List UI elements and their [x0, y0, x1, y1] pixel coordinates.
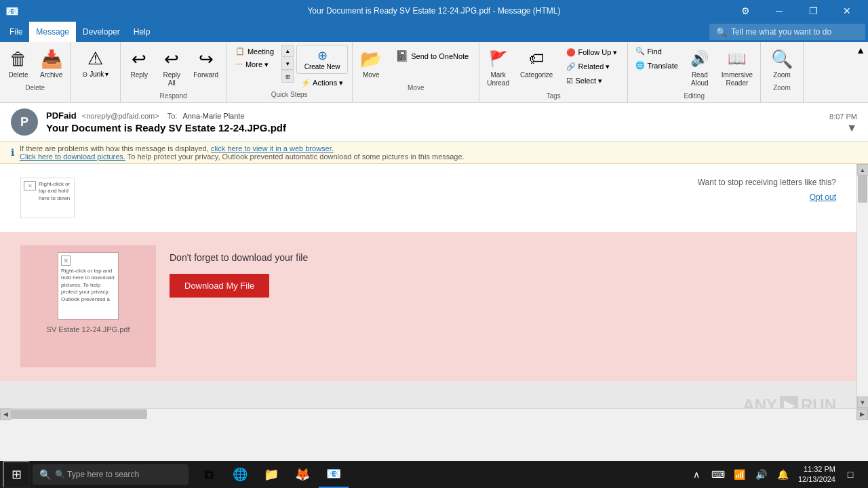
- ribbon-group-move: 📂 Move 📓 Send to OneNote Move: [353, 42, 479, 102]
- menu-file[interactable]: File: [3, 22, 29, 42]
- edge-icon: 🌐: [233, 467, 248, 482]
- ribbon-group-quick-steps: 📋 Meeting ⋯ More ▾ ▲ ▼ ⊞ ⊕ Create New: [226, 42, 353, 102]
- file-broken-image-text: Right-click or tap and hold here to down…: [61, 268, 115, 303]
- reply-all-button[interactable]: ↩ ReplyAll: [156, 45, 187, 91]
- ribbon-group-respond: ↩ Reply ↩ ReplyAll ↪ Forward Respond: [121, 42, 226, 102]
- actions-button[interactable]: ⚡ Actions ▾: [296, 77, 348, 89]
- opt-out-question: Want to stop receiving letters like this…: [698, 178, 836, 187]
- file-broken-image-icon: ✕: [61, 256, 71, 266]
- find-icon: 🔍: [635, 47, 645, 56]
- taskbar-firefox[interactable]: 🦊: [288, 461, 317, 488]
- close-btn[interactable]: ✕: [831, 0, 863, 22]
- menu-message[interactable]: Message: [29, 22, 76, 42]
- zoom-group-label: Zoom: [761, 83, 803, 93]
- delete-group-label: Delete: [0, 83, 70, 93]
- archive-button[interactable]: 📥 Archive: [35, 45, 67, 83]
- quick-steps-scroll-down[interactable]: ▼: [281, 58, 294, 70]
- quick-steps-expand[interactable]: ⊞: [281, 70, 294, 83]
- read-aloud-button[interactable]: 🔊 ReadAloud: [684, 45, 715, 91]
- window-title: Your Document is Ready SV Estate 12-24.J…: [307, 6, 560, 16]
- mark-unread-button[interactable]: 🚩 MarkUnread: [482, 45, 514, 91]
- vertical-scrollbar: ▲ ▼: [856, 164, 868, 408]
- taskbar-search-icon: 🔍: [39, 469, 51, 480]
- scroll-down-btn[interactable]: ▼: [857, 396, 869, 408]
- h-scroll-thumb[interactable]: [12, 409, 147, 419]
- scroll-right-btn[interactable]: ▶: [856, 409, 868, 420]
- onenote-label: Send to OneNote: [411, 52, 469, 60]
- delete-button[interactable]: 🗑 Delete: [3, 45, 34, 83]
- editing-group-label: Editing: [628, 91, 760, 101]
- view-browser-link[interactable]: click here to view it in a web browser.: [211, 144, 334, 152]
- tags-group-label: Tags: [479, 91, 627, 101]
- download-my-file-button[interactable]: Download My File: [170, 274, 269, 298]
- restore-btn[interactable]: ❐: [797, 0, 829, 22]
- translate-label: Translate: [647, 62, 677, 70]
- quick-steps-scroll-up[interactable]: ▲: [281, 45, 294, 57]
- follow-up-button[interactable]: 🔴 Follow Up ▾: [561, 46, 622, 59]
- send-onenote-button[interactable]: 📓 Send to OneNote: [391, 47, 473, 64]
- opt-out-section: Want to stop receiving letters like this…: [698, 178, 836, 202]
- categorize-button[interactable]: 🏷 Categorize: [515, 45, 557, 91]
- scroll-track[interactable]: [857, 176, 868, 396]
- sender-line: PDFaid <noreply@pdfaid.com> To: Anna-Mar…: [46, 110, 821, 121]
- download-right: Don't forget to download your file Downl…: [170, 245, 308, 298]
- run-text: RUN: [801, 396, 836, 408]
- create-new-button[interactable]: ⊕ Create New: [296, 45, 348, 74]
- taskbar-outlook[interactable]: 📧: [319, 461, 349, 488]
- notification-icon[interactable]: 🔔: [774, 465, 793, 484]
- tags-buttons: 🚩 MarkUnread 🏷 Categorize 🔴 Follow Up ▾ …: [479, 42, 627, 91]
- editing-buttons: 🔍 Find 🌐 Translate 🔊 ReadAloud 📖 Immersi…: [628, 42, 760, 91]
- email-time-area: 8:07 PM ▼: [829, 110, 857, 134]
- taskbar-search-area[interactable]: 🔍 🔍 Type here to search: [33, 464, 189, 485]
- taskbar-search-placeholder: 🔍 Type here to search: [55, 470, 139, 479]
- settings-btn[interactable]: ⚙: [730, 0, 761, 22]
- ribbon: 🗑 Delete 📥 Archive Delete ⚠ ⊙ Junk ▾ . ↩…: [0, 42, 868, 103]
- minimize-btn[interactable]: ─: [764, 0, 795, 22]
- meeting-quick-step[interactable]: 📋 Meeting: [231, 45, 279, 58]
- scroll-thumb[interactable]: [858, 176, 867, 203]
- volume-icon[interactable]: 🔊: [752, 465, 771, 484]
- ribbon-group-junk: ⚠ ⊙ Junk ▾ .: [71, 42, 121, 102]
- email-header: P PDFaid <noreply@pdfaid.com> To: Anna-M…: [0, 103, 868, 142]
- taskbar-task-view[interactable]: ⧉: [194, 461, 224, 488]
- categorize-label: Categorize: [520, 71, 553, 79]
- keyboard-icon[interactable]: ⌨: [709, 465, 728, 484]
- scroll-up-btn[interactable]: ▲: [857, 164, 869, 176]
- collapse-ribbon-area: ▲: [853, 42, 868, 102]
- scroll-left-btn[interactable]: ◀: [0, 409, 12, 420]
- move-button[interactable]: 📂 Move: [355, 45, 387, 83]
- reply-all-icon: ↩: [161, 48, 182, 70]
- immersive-reader-button[interactable]: 📖 ImmersiveReader: [717, 45, 757, 91]
- find-button[interactable]: 🔍 Find: [631, 45, 682, 58]
- translate-button[interactable]: 🌐 Translate: [631, 59, 682, 72]
- taskbar-edge[interactable]: 🌐: [225, 461, 255, 488]
- opt-out-link[interactable]: Opt out: [810, 192, 836, 202]
- taskbar-items: ⧉ 🌐 📁 🦊 📧: [194, 461, 349, 488]
- read-aloud-label: ReadAloud: [691, 71, 709, 87]
- any-text: ANY: [743, 396, 777, 408]
- create-new-icon: ⊕: [317, 48, 328, 63]
- junk-button[interactable]: ⚠ ⊙ Junk ▾: [76, 45, 115, 81]
- collapse-ribbon-button[interactable]: ▲: [856, 45, 865, 56]
- expand-button[interactable]: ▼: [846, 122, 857, 134]
- forward-label: Forward: [193, 71, 218, 79]
- download-pictures-link[interactable]: Click here to download pictures.: [20, 152, 125, 161]
- show-desktop-icon[interactable]: □: [841, 465, 860, 484]
- related-button[interactable]: 🔗 Related ▾: [561, 60, 622, 73]
- broken-image-text-top: Right-click or tap and hold here to down: [39, 181, 71, 202]
- menu-help[interactable]: Help: [127, 22, 157, 42]
- title-bar: 📧 Your Document is Ready SV Estate 12-24…: [0, 0, 868, 22]
- network-icon[interactable]: 📶: [730, 465, 749, 484]
- taskbar-clock[interactable]: 11:32 PM 12/13/2024: [798, 464, 835, 485]
- select-button[interactable]: ☑ Select ▾: [561, 75, 622, 87]
- reply-button[interactable]: ↩ Reply: [123, 45, 155, 83]
- ribbon-search[interactable]: 🔍 Tell me what you want to do: [709, 24, 865, 40]
- start-button[interactable]: ⊞: [3, 461, 30, 488]
- menu-developer[interactable]: Developer: [76, 22, 127, 42]
- chevron-up-icon[interactable]: ∧: [687, 465, 706, 484]
- forward-button[interactable]: ↪ Forward: [189, 45, 223, 83]
- more-quick-step[interactable]: ⋯ More ▾: [231, 58, 279, 71]
- zoom-button[interactable]: 🔍 Zoom: [766, 45, 797, 83]
- taskbar-file-explorer[interactable]: 📁: [256, 461, 286, 488]
- h-scroll-track[interactable]: [12, 409, 856, 420]
